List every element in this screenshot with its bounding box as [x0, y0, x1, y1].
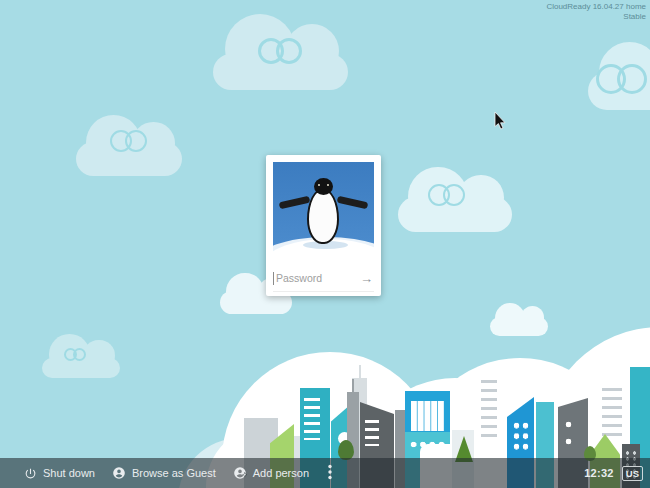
building-windows [411, 401, 444, 431]
building-windows [365, 420, 379, 446]
browse-as-guest-button[interactable]: Browse as Guest [112, 466, 216, 480]
antenna [352, 379, 354, 392]
building-windows [481, 380, 497, 442]
add-person-button[interactable]: Add person [233, 466, 309, 480]
keyboard-layout-badge[interactable]: US [622, 466, 643, 481]
mouse-cursor [494, 112, 506, 134]
login-card: → [266, 155, 381, 296]
add-person-icon [233, 466, 247, 480]
building-windows [602, 388, 622, 442]
os-version-line1: CloudReady 16.04.27 home [546, 2, 646, 12]
taskbar: Shut down Browse as Guest Add person [0, 458, 650, 488]
power-icon [24, 467, 37, 480]
penguin-eye [318, 184, 320, 186]
penguin-head [314, 178, 333, 195]
guest-person-icon [112, 466, 126, 480]
clock[interactable]: 12:32 [584, 467, 614, 479]
desktop-login-screen: CloudReady 16.04.27 home Stable → [0, 0, 650, 488]
browse-as-guest-label: Browse as Guest [132, 467, 216, 479]
vertical-ellipsis-icon [328, 464, 332, 482]
building-windows [304, 398, 320, 440]
penguin-left-wing [279, 196, 311, 210]
shutdown-button[interactable]: Shut down [24, 467, 95, 480]
more-options-button[interactable] [328, 464, 332, 482]
os-version-info: CloudReady 16.04.27 home Stable [546, 2, 646, 22]
submit-arrow-button[interactable]: → [359, 272, 374, 285]
tree [338, 440, 354, 460]
password-row: → [273, 265, 374, 292]
shutdown-label: Shut down [43, 467, 95, 479]
building-windows [564, 420, 581, 446]
add-person-label: Add person [253, 467, 309, 479]
penguin-body [307, 188, 339, 244]
account-penguin-photo [273, 162, 374, 263]
penguin-right-wing [337, 196, 369, 210]
text-caret [273, 272, 274, 285]
antenna [359, 365, 361, 378]
building-windows [512, 421, 530, 451]
os-version-line2: Stable [546, 12, 646, 22]
penguin-eye [327, 184, 329, 186]
password-input[interactable] [276, 272, 359, 284]
